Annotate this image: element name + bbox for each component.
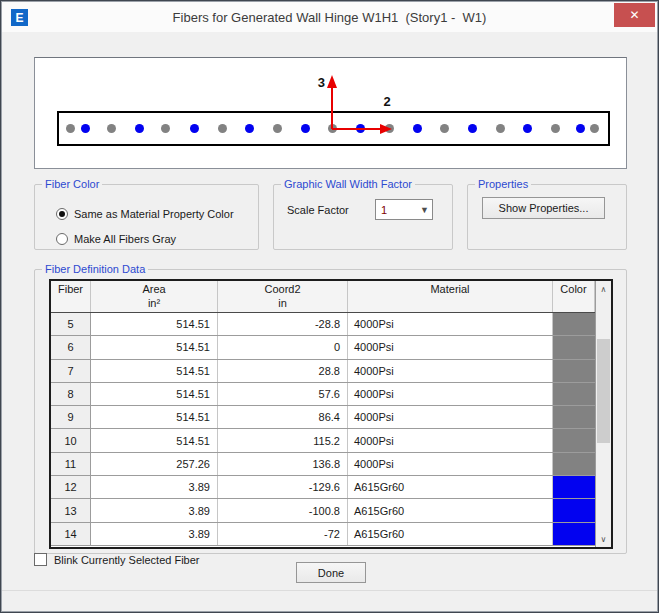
fiber-number-cell[interactable]: 12 bbox=[51, 476, 91, 498]
fiber-dot-blue bbox=[356, 124, 365, 133]
area-cell[interactable]: 514.51 bbox=[91, 336, 218, 358]
scrollbar-thumb[interactable] bbox=[597, 339, 610, 443]
table-row[interactable]: 123.89-129.6A615Gr60 bbox=[51, 476, 611, 499]
fiber-number-cell[interactable]: 9 bbox=[51, 406, 91, 428]
radio-icon[interactable] bbox=[56, 233, 68, 245]
coord2-cell[interactable]: 57.6 bbox=[218, 383, 348, 405]
fiber-dot-blue bbox=[468, 124, 477, 133]
material-cell[interactable]: A615Gr60 bbox=[348, 523, 553, 545]
table-row[interactable]: 5514.51-28.84000Psi bbox=[51, 313, 611, 336]
properties-group: Properties Show Properties... bbox=[467, 184, 627, 250]
coord2-cell[interactable]: 136.8 bbox=[218, 453, 348, 475]
table-row[interactable]: 6514.5104000Psi bbox=[51, 336, 611, 359]
material-cell[interactable]: 4000Psi bbox=[348, 313, 553, 335]
color-swatch-cell[interactable] bbox=[553, 523, 595, 545]
color-swatch-cell[interactable] bbox=[553, 406, 595, 428]
material-cell[interactable]: 4000Psi bbox=[348, 429, 553, 451]
fiber-dot-gray bbox=[66, 124, 75, 133]
color-swatch-cell[interactable] bbox=[553, 313, 595, 335]
area-cell[interactable]: 514.51 bbox=[91, 406, 218, 428]
table-row[interactable]: 10514.51115.24000Psi bbox=[51, 429, 611, 452]
area-cell[interactable]: 257.26 bbox=[91, 453, 218, 475]
coord2-cell[interactable]: 0 bbox=[218, 336, 348, 358]
radio-icon[interactable] bbox=[56, 208, 68, 220]
fiber-dot-blue bbox=[301, 124, 310, 133]
material-cell[interactable]: A615Gr60 bbox=[348, 476, 553, 498]
fiber-number-cell[interactable]: 11 bbox=[51, 453, 91, 475]
coord2-cell[interactable]: 86.4 bbox=[218, 406, 348, 428]
color-swatch-cell[interactable] bbox=[553, 383, 595, 405]
fiber-definition-data-group: Fiber Definition Data FiberAreain²Coord2… bbox=[34, 269, 627, 554]
show-properties-button[interactable]: Show Properties... bbox=[482, 197, 605, 219]
fiber-number-cell[interactable]: 8 bbox=[51, 383, 91, 405]
color-swatch-cell[interactable] bbox=[553, 429, 595, 451]
fiber-dot-gray bbox=[161, 124, 170, 133]
table-row[interactable]: 8514.5157.64000Psi bbox=[51, 383, 611, 406]
fiber-dot-gray bbox=[385, 124, 394, 133]
scroll-up-icon[interactable]: ∧ bbox=[596, 281, 611, 297]
fiber-number-cell[interactable]: 5 bbox=[51, 313, 91, 335]
blink-selected-fiber-option[interactable]: Blink Currently Selected Fiber bbox=[34, 553, 200, 566]
color-swatch-cell[interactable] bbox=[553, 360, 595, 382]
coord2-cell[interactable]: 28.8 bbox=[218, 360, 348, 382]
color-swatch-cell[interactable] bbox=[553, 336, 595, 358]
scale-factor-dropdown[interactable]: 1 ▼ bbox=[375, 199, 433, 220]
color-swatch-cell[interactable] bbox=[553, 476, 595, 498]
footer-divider bbox=[2, 590, 657, 591]
done-button[interactable]: Done bbox=[296, 562, 366, 583]
area-cell[interactable]: 3.89 bbox=[91, 523, 218, 545]
column-header: Color bbox=[553, 281, 595, 312]
table-row[interactable]: 143.89-72A615Gr60 bbox=[51, 523, 611, 546]
table-row[interactable]: 7514.5128.84000Psi bbox=[51, 360, 611, 383]
fiber-color-options: Same as Material Property ColorMake All … bbox=[56, 201, 234, 251]
fiber-dot-gray bbox=[590, 124, 599, 133]
area-cell[interactable]: 514.51 bbox=[91, 383, 218, 405]
material-cell[interactable]: A615Gr60 bbox=[348, 499, 553, 521]
table-row[interactable]: 11257.26136.84000Psi bbox=[51, 453, 611, 476]
fiber-dot-gray bbox=[440, 124, 449, 133]
close-button[interactable]: ✕ bbox=[614, 3, 655, 27]
fiber-dot-gray bbox=[273, 124, 282, 133]
fiber-dot-blue bbox=[523, 124, 532, 133]
fiber-color-group-title: Fiber Color bbox=[42, 178, 102, 190]
coord2-cell[interactable]: -129.6 bbox=[218, 476, 348, 498]
material-cell[interactable]: 4000Psi bbox=[348, 406, 553, 428]
radio-option[interactable]: Same as Material Property Color bbox=[56, 201, 234, 226]
fiber-dot-gray bbox=[218, 124, 227, 133]
material-cell[interactable]: 4000Psi bbox=[348, 453, 553, 475]
axis-2-label: 2 bbox=[383, 94, 390, 109]
fiber-color-group: Fiber Color Same as Material Property Co… bbox=[34, 184, 259, 250]
fiber-number-cell[interactable]: 14 bbox=[51, 523, 91, 545]
fiber-dot-gray bbox=[328, 124, 337, 133]
coord2-cell[interactable]: 115.2 bbox=[218, 429, 348, 451]
fiber-dot-blue bbox=[576, 124, 585, 133]
fiber-table-body: 5514.51-28.84000Psi6514.5104000Psi7514.5… bbox=[51, 313, 611, 546]
area-cell[interactable]: 514.51 bbox=[91, 360, 218, 382]
wall-width-factor-group-title: Graphic Wall Width Factor bbox=[281, 178, 415, 190]
table-row[interactable]: 133.89-100.8A615Gr60 bbox=[51, 499, 611, 522]
scroll-down-icon[interactable]: ∨ bbox=[596, 531, 611, 547]
area-cell[interactable]: 514.51 bbox=[91, 429, 218, 451]
material-cell[interactable]: 4000Psi bbox=[348, 360, 553, 382]
color-swatch-cell[interactable] bbox=[553, 453, 595, 475]
color-swatch-cell[interactable] bbox=[553, 499, 595, 521]
coord2-cell[interactable]: -100.8 bbox=[218, 499, 348, 521]
fiber-dot-blue bbox=[245, 124, 254, 133]
material-cell[interactable]: 4000Psi bbox=[348, 383, 553, 405]
table-scrollbar[interactable]: ∧ ∨ bbox=[595, 281, 611, 547]
area-cell[interactable]: 3.89 bbox=[91, 476, 218, 498]
area-cell[interactable]: 514.51 bbox=[91, 313, 218, 335]
fiber-number-cell[interactable]: 6 bbox=[51, 336, 91, 358]
fiber-number-cell[interactable]: 10 bbox=[51, 429, 91, 451]
material-cell[interactable]: 4000Psi bbox=[348, 336, 553, 358]
fiber-number-cell[interactable]: 7 bbox=[51, 360, 91, 382]
blink-checkbox[interactable] bbox=[34, 553, 47, 566]
chevron-down-icon[interactable]: ▼ bbox=[420, 200, 429, 219]
radio-option[interactable]: Make All Fibers Gray bbox=[56, 226, 234, 251]
dialog-title: Fibers for Generated Wall Hinge W1H1 (St… bbox=[62, 2, 597, 32]
area-cell[interactable]: 3.89 bbox=[91, 499, 218, 521]
table-row[interactable]: 9514.5186.44000Psi bbox=[51, 406, 611, 429]
coord2-cell[interactable]: -72 bbox=[218, 523, 348, 545]
fiber-number-cell[interactable]: 13 bbox=[51, 499, 91, 521]
coord2-cell[interactable]: -28.8 bbox=[218, 313, 348, 335]
